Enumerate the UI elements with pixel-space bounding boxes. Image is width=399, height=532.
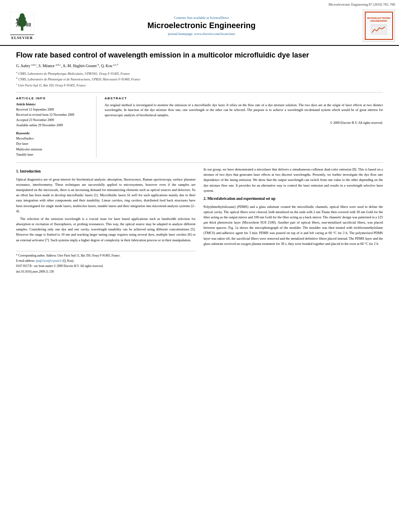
footnote-doi-line: 0167-9317/$ - see front matter © 2009 El… <box>16 264 195 268</box>
received-date: Received 12 September 2009 <box>16 107 90 112</box>
microfab-intro: In our group, we have demonstrated a mic… <box>204 167 383 193</box>
intro-para-2: The selection of the emission wavelength… <box>16 216 195 243</box>
footnote-corresponding: * Corresponding author. Address: Univ Pa… <box>16 253 195 258</box>
svg-point-5 <box>16 18 19 21</box>
abstract-text: An original method is investigated to mo… <box>105 103 383 118</box>
article-meta-row: ARTICLE INFO Article history: Received 1… <box>16 97 383 158</box>
journal-center: Contents lists available at ScienceDirec… <box>40 16 363 36</box>
footnote-doi: doi:10.1016/j.mee.2009.11.130 <box>16 269 195 274</box>
divider-2 <box>16 162 383 163</box>
journal-meta: Microelectronic Engineering 87 (2010) 76… <box>4 2 395 6</box>
footnote-email: E-mail address: qingli.kou@u-psud.fr (Q.… <box>16 259 195 263</box>
abstract-section: ABSTRACT An original method is investiga… <box>105 97 383 158</box>
affiliation-a: a CNRS, Laboratoire de Photophysique Mol… <box>16 70 383 76</box>
journal-banner: ELSEVIER Contents lists available at Sci… <box>4 8 395 43</box>
article-info: ARTICLE INFO Article history: Received 1… <box>16 97 97 158</box>
divider-1 <box>16 92 383 92</box>
elsevier-tree-icon <box>10 12 34 34</box>
body-columns: 1. Introduction Optical diagnostics are … <box>16 167 383 275</box>
intro-para-1: Optical diagnostics are of great interes… <box>16 177 195 214</box>
journal-title: Microelectronic Engineering <box>44 21 359 30</box>
contents-link: Contents lists available at ScienceDirec… <box>44 16 359 20</box>
journal-homepage: journal homepage: www.elsevier.com/locat… <box>44 32 359 36</box>
journal-thumbnail: MICROELECTRONICENGINEERING <box>363 10 395 42</box>
keywords-label: Keywords: <box>16 131 90 135</box>
elsevier-logo: ELSEVIER <box>4 12 40 40</box>
right-column: In our group, we have demonstrated a mic… <box>204 167 383 275</box>
history-label: Article history: <box>16 103 90 106</box>
available-date: Available online 29 November 2009 <box>16 123 90 127</box>
affiliation-b: b CNRS, Laboratoire de Photonique et de … <box>16 76 383 82</box>
footnote-area: * Corresponding author. Address: Univ Pa… <box>16 251 195 274</box>
copyright-notice: © 2009 Elsevier B.V. All rights reserved… <box>105 121 383 125</box>
abstract-title: ABSTRACT <box>105 97 383 100</box>
affiliations: a CNRS, Laboratoire de Photophysique Mol… <box>16 70 383 88</box>
keyword-4: Tunable laser <box>16 152 90 157</box>
keyword-2: Dye laser <box>16 142 90 146</box>
journal-header: Microelectronic Engineering 87 (2010) 76… <box>0 0 399 46</box>
paper-content: Flow rate based control of wavelength em… <box>0 46 399 283</box>
svg-rect-13 <box>371 25 387 34</box>
microfab-para: Poly(dimethylsiloxane) (PDMS) and a glas… <box>204 204 383 246</box>
keyword-1: Microfluidics <box>16 136 90 141</box>
intro-title: 1. Introduction <box>16 168 195 175</box>
thumb-chart-icon <box>371 25 387 34</box>
authors: G. Aubry a,b,c, S. Méance a,b,c, A.-M. H… <box>16 63 383 68</box>
keywords-section: Keywords: Microfluidics Dye laser Multic… <box>16 131 90 157</box>
accepted-date: Accepted 23 November 2009 <box>16 118 90 122</box>
paper-title: Flow rate based control of wavelength em… <box>16 51 383 60</box>
thumb-inner: MICROELECTRONICENGINEERING <box>365 12 393 40</box>
keyword-3: Multicolor emission <box>16 147 90 152</box>
revised-date: Received in revised form 22 November 200… <box>16 113 90 117</box>
microfab-title: 2. Microfabrication and experimental set… <box>204 196 383 202</box>
affiliation-c: c Univ Paris-Sud 11, Bat 350, Orsay F-91… <box>16 82 383 88</box>
svg-point-4 <box>20 13 25 18</box>
left-column: 1. Introduction Optical diagnostics are … <box>16 167 195 275</box>
article-info-title: ARTICLE INFO <box>16 97 90 100</box>
